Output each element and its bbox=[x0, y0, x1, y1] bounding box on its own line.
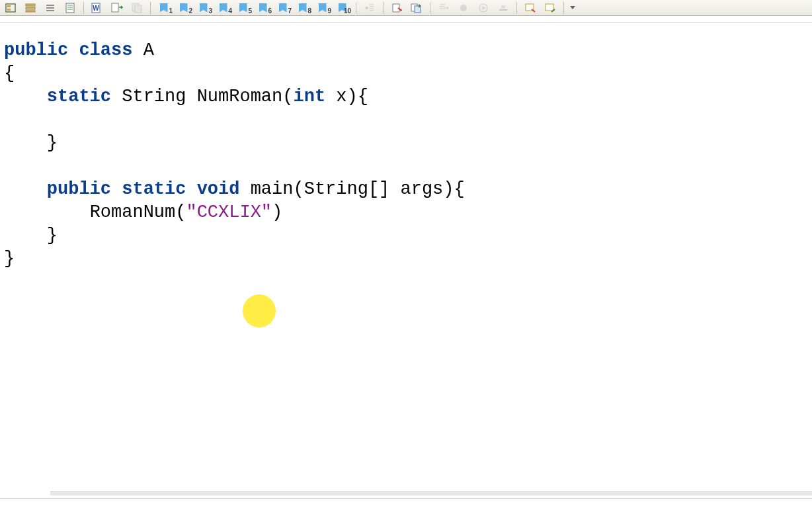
svg-rect-17 bbox=[135, 5, 142, 13]
svg-rect-0 bbox=[6, 4, 15, 12]
string-literal: "CCXLIX" bbox=[186, 202, 272, 222]
step-into-button[interactable] bbox=[407, 1, 426, 15]
bookmark-2-button[interactable]: 2 bbox=[175, 1, 193, 15]
indent-icon bbox=[437, 3, 450, 13]
word-export-button[interactable]: W bbox=[88, 1, 106, 15]
bookmark-10-button[interactable]: 10 bbox=[333, 1, 352, 15]
svg-point-30 bbox=[460, 5, 467, 11]
svg-marker-32 bbox=[482, 6, 486, 10]
svg-rect-2 bbox=[7, 9, 11, 11]
svg-text:W: W bbox=[93, 5, 99, 12]
toolbar-separator bbox=[383, 2, 384, 14]
call-romannum: RomanNum bbox=[90, 202, 176, 222]
method-main: main bbox=[251, 179, 294, 199]
param-x: x bbox=[336, 87, 346, 106]
bookmark-10-icon: 10 bbox=[334, 3, 351, 13]
uncomment-icon bbox=[544, 3, 557, 13]
code-content: public class A { static String NumRoman(… bbox=[0, 23, 812, 271]
toolbar-separator bbox=[516, 2, 517, 14]
svg-rect-36 bbox=[546, 4, 553, 11]
param-args: args bbox=[401, 179, 444, 199]
copy-disabled-icon bbox=[130, 3, 143, 13]
bookmark-1-icon: 1 bbox=[155, 3, 173, 13]
bookmark-5-icon: 5 bbox=[235, 3, 252, 13]
outline-button[interactable] bbox=[41, 1, 60, 15]
indent-left-button bbox=[360, 1, 379, 15]
bookmark-7-button[interactable]: 7 bbox=[274, 1, 292, 15]
brace-open: { bbox=[4, 64, 15, 83]
bookmark-4-button[interactable]: 4 bbox=[214, 1, 233, 15]
keyword-public: public bbox=[4, 40, 68, 60]
page-right-button[interactable] bbox=[108, 1, 126, 15]
bookmark-3-icon: 3 bbox=[195, 3, 212, 13]
stack-icon bbox=[24, 3, 37, 13]
svg-rect-34 bbox=[501, 5, 505, 9]
keyword-static: static bbox=[122, 179, 186, 199]
project-view-icon bbox=[4, 3, 17, 13]
svg-rect-15 bbox=[112, 3, 118, 12]
word-export-icon: W bbox=[91, 3, 104, 13]
toolbar-overflow-dropdown[interactable] bbox=[568, 1, 577, 15]
comment-icon bbox=[524, 3, 537, 13]
bookmark-8-icon: 8 bbox=[294, 3, 311, 13]
keyword-void: void bbox=[197, 179, 240, 199]
bookmark-6-icon: 6 bbox=[255, 3, 272, 13]
bookmark-2-icon: 2 bbox=[175, 3, 192, 13]
toolbar-separator bbox=[83, 2, 84, 14]
outline-icon bbox=[44, 3, 57, 13]
svg-rect-5 bbox=[26, 11, 35, 12]
bookmark-8-button[interactable]: 8 bbox=[294, 1, 312, 15]
toolbar-separator bbox=[430, 2, 430, 14]
bottom-scroll-track[interactable] bbox=[50, 491, 812, 495]
copy-disabled-button bbox=[128, 1, 146, 15]
method-numroman: NumRoman bbox=[197, 87, 283, 106]
bookmark-5-button[interactable]: 5 bbox=[234, 1, 253, 15]
svg-rect-1 bbox=[7, 5, 11, 7]
type-string: String bbox=[304, 179, 368, 199]
play-macro-icon bbox=[477, 3, 490, 13]
toolbar-separator bbox=[150, 2, 151, 14]
stack-button[interactable] bbox=[21, 1, 40, 15]
brace-close: } bbox=[4, 226, 58, 245]
document-button[interactable] bbox=[61, 1, 79, 15]
uncomment-button[interactable] bbox=[541, 1, 559, 15]
class-name: A bbox=[143, 40, 154, 60]
bookmark-9-icon: 9 bbox=[314, 3, 331, 13]
bookmark-4-icon: 4 bbox=[215, 3, 232, 13]
play-macro-button bbox=[474, 1, 493, 15]
keyword-int: int bbox=[293, 87, 325, 106]
code-editor[interactable]: public class A { static String NumRoman(… bbox=[0, 22, 812, 499]
record-macro-button bbox=[454, 1, 473, 15]
toolbar-separator bbox=[563, 2, 564, 14]
bookmark-7-icon: 7 bbox=[274, 3, 292, 13]
cursor-highlight-spot bbox=[243, 294, 276, 327]
type-string: String bbox=[122, 87, 186, 106]
keyword-static: static bbox=[47, 87, 111, 106]
bookmark-9-button[interactable]: 9 bbox=[313, 1, 332, 15]
comment-button[interactable] bbox=[521, 1, 540, 15]
toggle-icon bbox=[497, 3, 510, 13]
toggle-button bbox=[494, 1, 512, 15]
keyword-class: class bbox=[79, 40, 132, 60]
toolbar-separator bbox=[356, 2, 356, 14]
brace-close: } bbox=[4, 133, 58, 153]
bookmark-1-button[interactable]: 1 bbox=[155, 1, 173, 15]
bookmark-6-button[interactable]: 6 bbox=[254, 1, 272, 15]
keyword-public: public bbox=[47, 179, 111, 199]
step-over-icon bbox=[390, 3, 403, 13]
brackets: [] bbox=[368, 179, 389, 199]
svg-rect-4 bbox=[26, 7, 35, 9]
step-over-button[interactable] bbox=[387, 1, 406, 15]
brace-close: } bbox=[4, 249, 15, 269]
indent-right-button bbox=[434, 1, 453, 15]
svg-rect-9 bbox=[66, 3, 74, 13]
svg-rect-3 bbox=[26, 4, 35, 6]
page-right-icon bbox=[110, 3, 124, 13]
bookmark-3-button[interactable]: 3 bbox=[194, 1, 213, 15]
step-into-icon bbox=[410, 3, 423, 13]
record-macro-icon bbox=[457, 3, 470, 13]
toolbar: W 1 2 3 4 5 6 7 8 9 10 bbox=[0, 0, 812, 16]
project-view-button[interactable] bbox=[1, 1, 20, 15]
indent-left-icon bbox=[363, 3, 376, 13]
document-icon bbox=[63, 3, 77, 13]
